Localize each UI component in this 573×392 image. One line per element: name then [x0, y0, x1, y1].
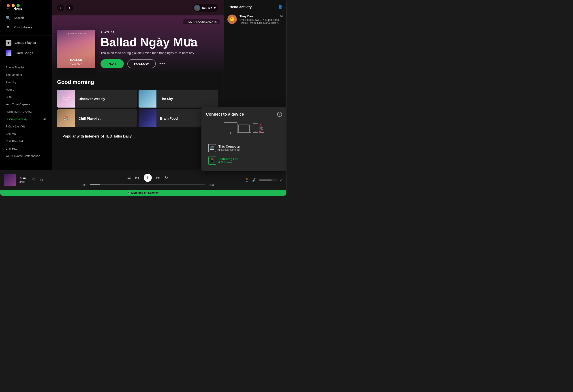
topbar: ‹ › 👤 miu sic ▾: [52, 0, 224, 16]
playlist-item-discover-weekly[interactable]: Discover Weekly 🔊: [0, 115, 52, 123]
quick-picks-grid: DiscoverWeekly Discover Weekly ▮▮ The Sk…: [57, 90, 218, 127]
connect-arrow: [255, 122, 264, 135]
user-dropdown-icon: ▾: [214, 6, 215, 10]
create-playlist-icon: +: [6, 40, 11, 46]
minimize-button[interactable]: [12, 4, 15, 7]
hero-more-button[interactable]: •••: [159, 61, 165, 67]
playlist-item-phone[interactable]: Phone Playlist: [0, 64, 52, 71]
sidebar-search-label: Search: [14, 16, 24, 20]
card-the-sky-img: [139, 90, 157, 108]
liked-songs-icon: ♥: [6, 50, 11, 56]
playlist-item-chill-playplist[interactable]: Chill Playplist: [0, 137, 52, 145]
friend-time: 1d: [280, 15, 283, 18]
player-right: 📱 🔊 ⤢: [233, 178, 283, 182]
card-discover-weekly[interactable]: DiscoverWeekly Discover Weekly ▮▮: [57, 90, 137, 108]
friend-item-thuy-dao[interactable]: 🙂 Thuy Dao 1d One Potato, Two ... • Supe…: [224, 12, 286, 26]
back-button[interactable]: ‹: [57, 4, 64, 11]
hero-type: PLAYLIST: [101, 31, 218, 34]
section-greeting: Good morning: [57, 79, 218, 85]
popular-section-title: Popular with listeners of TED Talks Dail…: [57, 134, 218, 142]
volume-icon[interactable]: 🔊: [252, 178, 256, 182]
hero-description: Thả mình theo những giai điệu miên man t…: [101, 51, 218, 55]
svg-rect-0: [224, 122, 237, 132]
create-playlist-button[interactable]: + Create Playlist: [0, 37, 52, 48]
playlist-item-her86m2[interactable]: Her86m2 RADIO #2: [0, 108, 52, 115]
liked-songs-button[interactable]: ♥ Liked Songs: [0, 48, 52, 58]
sidebar-item-library[interactable]: ≡ Your Library: [0, 23, 52, 32]
mobile-icon: 📱: [208, 156, 216, 165]
progress-bar[interactable]: [90, 185, 205, 185]
playlist-item-chill-hits[interactable]: Chill Hits: [0, 145, 52, 152]
device-solomen[interactable]: 📱 Listening On Solomen: [206, 154, 282, 167]
play-pause-button[interactable]: ⏸: [144, 174, 152, 182]
player-bar: Sisu Jobii ♡ ⊖ ⇄ ⏮ ⏸ ⏭ ↻ 0:14 2:33: [0, 170, 286, 190]
connect-devices-button[interactable]: 📱: [245, 178, 249, 182]
library-icon: ≡: [6, 25, 11, 30]
maximize-button[interactable]: [17, 4, 20, 7]
next-button[interactable]: ⏭: [156, 175, 160, 180]
volume-bar[interactable]: [259, 180, 277, 180]
user-avatar: 👤: [194, 5, 200, 11]
device-this-computer-status: Spotify Connect: [218, 148, 241, 151]
dislike-button[interactable]: ⊖: [39, 177, 44, 183]
hero-cover-art: Digster PLAYLIST BALLAD NGÀY MƯA: [57, 30, 95, 68]
shuffle-button[interactable]: ⇄: [127, 175, 131, 180]
hero-play-button[interactable]: PLAY: [101, 59, 124, 68]
playlist-item-moment[interactable]: The Moment: [0, 71, 52, 79]
friend-name: Thuy Dao: [239, 15, 253, 18]
player-track-info: Sisu Jobii: [19, 176, 26, 184]
close-button[interactable]: [7, 4, 10, 7]
nav-buttons: ‹ ›: [57, 4, 73, 11]
sidebar-home-label: Home: [14, 7, 22, 10]
forward-button[interactable]: ›: [66, 4, 73, 11]
player-controls: ⇄ ⏮ ⏸ ⏭ ↻: [127, 174, 168, 182]
device-this-computer-name: This Computer: [218, 145, 241, 148]
player-cover-art: [4, 174, 16, 186]
player-center: ⇄ ⏮ ⏸ ⏭ ↻ 0:14 2:33: [81, 174, 215, 186]
hero-info: PLAYLIST Ballad Ngày Mưa Thả mình theo n…: [101, 31, 218, 68]
cover-brand-text: Digster PLAYLIST: [57, 33, 95, 35]
hero-follow-button[interactable]: FOLLOW: [127, 59, 156, 68]
playlist-item-thap-cam[interactable]: Thập cẩm Việt: [0, 123, 52, 130]
card-discover-weekly-label: Discover Weekly: [75, 97, 123, 101]
playlist-item-time-capsule[interactable]: Your Time Capsule: [0, 101, 52, 108]
player-track-artist: Jobii: [19, 180, 26, 184]
playlist-item-nature[interactable]: Nature: [0, 86, 52, 93]
device-this-computer-info: This Computer Spotify Connect: [218, 145, 241, 151]
time-current: 0:14: [81, 184, 88, 186]
good-morning-section: Good morning DiscoverWeekly Discover Wee…: [52, 74, 224, 147]
liked-songs-label: Liked Songs: [15, 51, 33, 55]
hide-announcements-button[interactable]: HIDE ANNOUNCEMENTS: [183, 19, 220, 24]
search-icon: 🔍: [6, 16, 11, 20]
playlist-item-chill-vn[interactable]: Chill VN: [0, 130, 52, 137]
card-the-sky[interactable]: The Sky ▶: [139, 90, 218, 108]
friend-track: One Potato, Two ... • Super Simple...: [239, 18, 283, 21]
create-playlist-label: Create Playlist: [15, 41, 36, 45]
panel-header: Friend activity 👤: [224, 0, 286, 12]
like-button[interactable]: ♡: [31, 177, 36, 183]
prev-button[interactable]: ⏮: [135, 175, 139, 180]
connect-illustration: [206, 120, 282, 138]
sidebar-item-search[interactable]: 🔍 Search: [0, 13, 52, 23]
friend-context: Twinkle Twinkle Little Star & More Ki: [239, 21, 283, 24]
sidebar: ⌂ Home 🔍 Search ≡ Your Library + Create …: [0, 0, 52, 170]
friend-info-thuy-dao: Thuy Dao 1d One Potato, Two ... • Super …: [239, 15, 283, 24]
sidebar-library-label: Your Library: [14, 25, 32, 29]
playlist-item-cute[interactable]: Cute: [0, 93, 52, 101]
card-chill-playplist[interactable]: 📚 Chill Playplist ▶: [57, 109, 137, 127]
card-brain-food-img: [139, 109, 157, 127]
listening-bar[interactable]: 🔊 Listening on Solomen: [0, 190, 286, 196]
card-brain-food-label: Brain Food: [157, 117, 204, 120]
device-this-computer[interactable]: 💻 This Computer Spotify Connect: [206, 142, 282, 154]
progress-fill: [90, 185, 100, 185]
user-menu-button[interactable]: 👤 miu sic ▾: [193, 4, 218, 12]
playlist-item-sky[interactable]: The Sky: [0, 79, 52, 86]
hero-banner: HIDE ANNOUNCEMENTS Digster PLAYLIST BALL…: [52, 16, 224, 74]
fullscreen-button[interactable]: ⤢: [280, 178, 283, 182]
user-name: miu sic: [202, 6, 212, 10]
connect-help-button[interactable]: ?: [277, 112, 282, 117]
playlist-item-coffeehouse[interactable]: Your Favorite Coffeehouse: [0, 152, 52, 160]
repeat-button[interactable]: ↻: [165, 175, 168, 180]
card-the-sky-label: The Sky: [157, 97, 204, 101]
player-left: Sisu Jobii ♡ ⊖: [4, 174, 62, 186]
